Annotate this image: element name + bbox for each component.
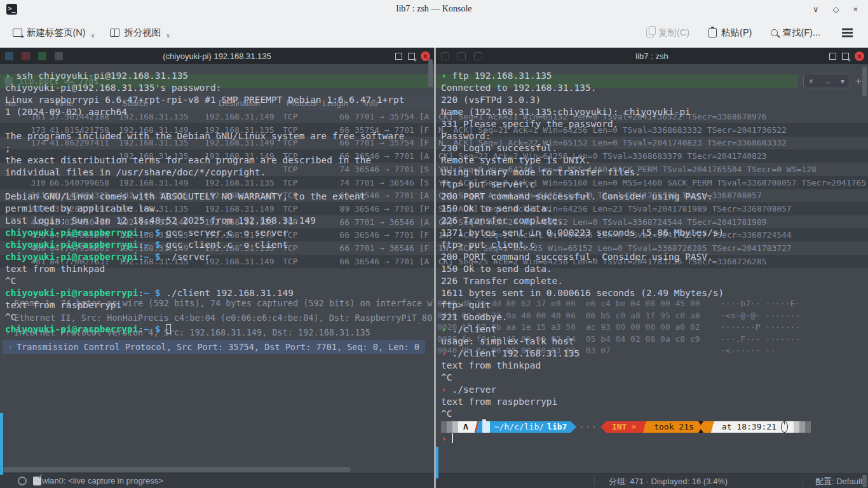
- terminal-line: Using binary mode to transfer files.: [441, 166, 868, 179]
- terminal-text: ~: [144, 252, 149, 262]
- left-terminal-pane: (chiyoyuki-pi) 192.168.31.135 × tcp.port…: [0, 48, 434, 488]
- find-button[interactable]: 查找(F)...: [766, 23, 825, 43]
- terminal-line: 226 Transfer complete.: [441, 215, 868, 227]
- ghost-zoom-icon: [441, 52, 449, 60]
- terminal-line: ftp> put client.c: [441, 239, 868, 251]
- terminal-text: 230 Login successful.: [441, 143, 557, 153]
- terminal-line: 220 (vsFTPd 3.0.3): [441, 94, 868, 106]
- text-cursor: [452, 433, 453, 443]
- exit-status-segment: INT×: [606, 421, 642, 433]
- search-icon: [771, 29, 778, 36]
- terminal-text: permitted by applicable law.: [5, 203, 160, 214]
- terminal-line: permitted by applicable law.: [5, 203, 434, 215]
- paste-icon: [709, 28, 717, 37]
- terminal-line: ^C: [441, 372, 868, 384]
- ghost-wireshark-toolbar-icons: [5, 52, 63, 60]
- right-scrollbar-thumb[interactable]: [862, 67, 867, 96]
- terminal-text: Connected to 192.168.31.135.: [441, 83, 596, 93]
- close-pane-icon[interactable]: ×: [855, 51, 864, 61]
- hamburger-icon: [842, 32, 853, 33]
- right-pane-header: lib7 : zsh ×: [436, 48, 868, 64]
- terminal-text: chiyoyuki-pi@raspberrypi: [5, 288, 139, 298]
- minimize-button[interactable]: ∨: [813, 4, 819, 14]
- terminal-text: individual files in /usr/share/doc/*/cop…: [5, 167, 266, 177]
- terminal-line: › ftp 192.168.31.135: [441, 70, 868, 82]
- expand-pane-icon[interactable]: [395, 53, 402, 60]
- statusbar-divider: [802, 477, 803, 486]
- powerline-dots: ···: [576, 421, 600, 433]
- left-pane-header: (chiyoyuki-pi) 192.168.31.135 ×: [0, 48, 434, 64]
- paste-button[interactable]: 粘贴(P): [703, 23, 757, 43]
- terminal-text: ^C: [5, 276, 16, 286]
- terminal-text: ssh chiyoyuki-pi@192.168.31.135: [11, 71, 188, 81]
- prompt-arrow: ›: [5, 71, 11, 81]
- terminal-text: :: [139, 288, 144, 298]
- terminal-text: ftp> put client.c: [441, 240, 535, 250]
- terminal-text: 220 (vsFTPd 3.0.3): [441, 95, 541, 105]
- time-label: at 18:39:21: [722, 421, 776, 433]
- terminal-line: chiyoyuki-pi@raspberrypi:~ $ ./server: [5, 251, 434, 263]
- terminal-line: 331 Please specify the password.: [441, 118, 868, 130]
- powerline-endcap: [447, 421, 452, 433]
- terminal-line: chiyoyuki-pi@raspberrypi:~ $ gcc client.…: [5, 239, 434, 251]
- terminal-text: 1 (2024-09-02) aarch64: [5, 107, 127, 117]
- ghost-wireshark-toolbar-icons: [441, 52, 482, 60]
- menu-button[interactable]: [834, 28, 860, 37]
- copy-button[interactable]: 复制(C): [641, 23, 695, 43]
- terminal-line: › ./server: [441, 384, 868, 396]
- terminal-line: ^C: [5, 311, 434, 323]
- terminal-text: usage: simplex-talk host: [441, 336, 574, 346]
- terminal-line: individual files in /usr/share/doc/*/cop…: [5, 166, 434, 179]
- powerline-separator: [571, 421, 576, 433]
- left-scrollbar-thumb[interactable]: [428, 59, 433, 87]
- pane-splitter[interactable]: [434, 48, 436, 488]
- terminal-line: text from thinkpad: [5, 263, 434, 275]
- terminal-line: ftp> quit: [441, 299, 868, 311]
- terminal-text: Name (192.168.31.135:chiyoyuki): chiyoyu…: [441, 107, 691, 117]
- terminal-line: text from thinkpad: [441, 360, 868, 372]
- corner-scrollbar-thumb[interactable]: [862, 475, 867, 487]
- terminal-text: ~: [144, 324, 149, 334]
- terminal-text: ./client 192.168.31.149: [160, 288, 294, 298]
- detach-pane-icon[interactable]: [842, 53, 849, 60]
- expand-pane-icon[interactable]: [829, 53, 836, 60]
- terminal-text: ;: [5, 143, 11, 153]
- split-view-button[interactable]: 拆分视图 ∨: [105, 23, 175, 43]
- maximize-button[interactable]: ◇: [832, 4, 839, 14]
- path-segment: ~/h/c/lib/lib7: [480, 421, 571, 433]
- terminal-line: 150 Ok to send data.: [441, 263, 868, 275]
- detach-pane-icon[interactable]: [408, 53, 415, 60]
- duration-segment: took 21s: [648, 421, 710, 433]
- annotation-icon[interactable]: [33, 477, 41, 485]
- folder-icon: [482, 421, 490, 433]
- powerline-separator: [473, 421, 480, 433]
- terminal-text: text from thinkpad: [441, 360, 541, 370]
- terminal-line: [5, 118, 434, 130]
- terminal-line: usage: simplex-talk host: [441, 336, 868, 348]
- terminal-text: [160, 324, 166, 334]
- right-pane-title: lib7 : zsh: [635, 51, 668, 61]
- close-button[interactable]: ×: [853, 4, 858, 14]
- left-terminal[interactable]: tcp.port == 7701 No.TimeSourceDestinatio…: [0, 64, 434, 488]
- cyan-indicator-strip: [436, 447, 438, 478]
- right-terminal[interactable]: × → ▾ + CK] Seq=1 Ack=21 Win=65152 Len=0…: [436, 64, 868, 488]
- terminal-line: ^C: [441, 408, 868, 420]
- terminal-line: Password:: [441, 130, 868, 142]
- powerline-separator: [600, 421, 606, 433]
- new-tab-button[interactable]: 新建标签页(N) ∨: [8, 23, 100, 43]
- time-segment: at 18:39:21: [716, 421, 794, 433]
- terminal-text: text from raspberrypi: [5, 300, 121, 310]
- ghost-columns-icon: [458, 52, 466, 60]
- terminal-text: Remote system type is UNIX.: [441, 155, 591, 165]
- prompt-arrow: ›: [441, 71, 447, 81]
- terminal-text: chiyoyuki-pi@raspberrypi: [5, 252, 139, 262]
- terminal-text: gcc client.c -o client: [160, 240, 288, 250]
- ghost-stop-capture-icon: [22, 52, 30, 60]
- terminal-line: Last login: Sun Jan 12 18:48:52 2025 fro…: [5, 215, 434, 227]
- ghost-restart-capture-icon: [38, 52, 46, 60]
- terminal-text: Debian GNU/Linux comes with ABSOLUTELY N…: [5, 191, 365, 201]
- main-area: (chiyoyuki-pi) 192.168.31.135 × tcp.port…: [0, 48, 868, 488]
- terminal-text: chiyoyuki-pi@raspberrypi: [5, 240, 139, 250]
- terminal-text: ./server: [160, 252, 210, 262]
- terminal-text: [149, 252, 155, 262]
